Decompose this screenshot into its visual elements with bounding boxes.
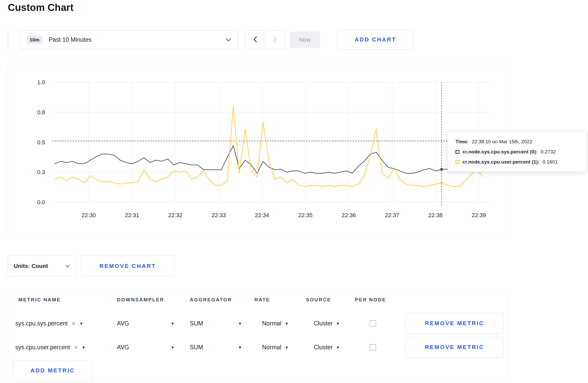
aggregator-value: SUM: [190, 320, 203, 327]
source-value: Cluster: [314, 344, 333, 351]
tooltip-sys-name: cr.node.sys.cpu.sys.percent (0):: [463, 149, 537, 155]
remove-metric-button[interactable]: REMOVE METRIC: [405, 337, 503, 358]
chevron-right-icon: [273, 36, 277, 44]
svg-text:0.8: 0.8: [37, 109, 45, 116]
time-range-select[interactable]: 10m Past 10 Minutes: [19, 30, 238, 49]
chart[interactable]: 0.00.30.50.81.022:3022:3122:3222:3322:34…: [8, 64, 508, 235]
svg-text:22:34: 22:34: [255, 212, 269, 218]
units-select[interactable]: Units: Count: [8, 256, 76, 277]
metric-name-label: sys.cpu.user.percent: [15, 344, 70, 351]
svg-text:22:37: 22:37: [385, 212, 399, 218]
tooltip-time-value: 22:38:10 on Mar 15th, 2022: [472, 139, 532, 145]
custom-chart-page: Custom Chart 10m Past 10 Minutes Now ADD…: [0, 0, 588, 383]
svg-text:22:39: 22:39: [472, 212, 486, 218]
add-metric-button[interactable]: ADD METRIC: [13, 360, 93, 381]
metric-name-select[interactable]: sys.cpu.user.percent × ▼: [15, 335, 86, 359]
col-header-per-node: PER NODE: [355, 297, 386, 303]
caret-down-icon: ▼: [336, 322, 340, 325]
per-node-checkbox[interactable]: [370, 320, 376, 327]
clear-metric-icon[interactable]: ×: [72, 320, 75, 327]
tooltip-user-name: cr.node.sys.cpu.user.percent (1):: [463, 159, 540, 165]
chevron-down-icon: [65, 265, 70, 268]
svg-text:0.0: 0.0: [37, 199, 45, 205]
chart-tooltip: Time: 22:38:10 on Mar 15th, 2022 cr.node…: [447, 131, 587, 172]
tooltip-time-label: Time:: [456, 139, 468, 145]
tooltip-user-row: cr.node.sys.cpu.user.percent (1): 0.1601: [456, 159, 579, 165]
svg-text:22:30: 22:30: [81, 212, 96, 218]
per-node-cell: [370, 335, 376, 359]
prev-time-button[interactable]: [245, 31, 265, 49]
chevron-down-icon: [226, 38, 231, 42]
caret-down-icon: ▼: [79, 322, 83, 325]
table-row: sys.cpu.sys.percent × ▼ AVG ▼ SUM ▼ Norm…: [8, 311, 508, 335]
caret-down-icon: ▼: [285, 345, 289, 349]
source-value: Cluster: [314, 320, 333, 327]
svg-text:0.3: 0.3: [37, 169, 45, 175]
aggregator-select[interactable]: SUM ▼: [190, 311, 242, 335]
now-button[interactable]: Now: [290, 32, 320, 48]
clear-metric-icon[interactable]: ×: [74, 344, 78, 351]
col-header-metric-name: METRIC NAME: [18, 297, 61, 303]
svg-text:0.5: 0.5: [37, 139, 45, 146]
caret-down-icon: ▼: [171, 322, 174, 325]
svg-text:22:38: 22:38: [428, 212, 443, 218]
tooltip-time-row: Time: 22:38:10 on Mar 15th, 2022: [456, 139, 579, 145]
caret-down-icon: ▼: [238, 322, 242, 325]
svg-text:22:32: 22:32: [168, 212, 183, 218]
caret-down-icon: ▼: [82, 345, 86, 349]
time-nav-group: [245, 30, 285, 49]
remove-chart-button[interactable]: REMOVE CHART: [81, 256, 175, 277]
svg-text:22:35: 22:35: [298, 212, 312, 218]
chart-panel: 0.00.30.50.81.022:3022:3122:3222:3322:34…: [8, 64, 508, 235]
svg-text:22:31: 22:31: [125, 212, 139, 218]
col-header-rate: RATE: [254, 297, 270, 303]
caret-down-icon: ▼: [238, 345, 242, 349]
tooltip-sys-row: cr.node.sys.cpu.sys.percent (0): 0.2732: [456, 149, 579, 155]
rate-value: Normal: [262, 320, 281, 327]
table-row: sys.cpu.user.percent × ▼ AVG ▼ SUM ▼ Nor…: [8, 335, 508, 359]
svg-text:22:33: 22:33: [212, 212, 226, 218]
per-node-checkbox[interactable]: [370, 344, 376, 351]
metrics-table: METRIC NAME DOWNSAMPLER AGGREGATOR RATE …: [8, 290, 508, 383]
metric-name-select[interactable]: sys.cpu.sys.percent × ▼: [15, 311, 83, 335]
chevron-left-icon: [253, 36, 257, 44]
toolbar-divider: [8, 31, 8, 49]
aggregator-value: SUM: [190, 344, 203, 351]
downsampler-select[interactable]: AVG ▼: [117, 311, 174, 335]
units-label: Units: Count: [14, 263, 48, 269]
time-range-label: Past 10 Minutes: [49, 36, 92, 43]
tooltip-user-value: 0.1601: [543, 159, 558, 165]
tooltip-sys-value: 0.2732: [541, 149, 556, 155]
next-time-button[interactable]: [265, 31, 285, 49]
rate-select[interactable]: Normal ▼: [262, 311, 289, 335]
col-header-source: SOURCE: [306, 297, 331, 303]
caret-down-icon: ▼: [336, 345, 340, 349]
add-chart-button[interactable]: ADD CHART: [337, 30, 414, 50]
remove-metric-cell: REMOVE METRIC: [405, 337, 503, 358]
rate-value: Normal: [262, 344, 281, 351]
sys-series-swatch-icon: [456, 150, 459, 154]
downsampler-value: AVG: [117, 344, 129, 351]
source-select[interactable]: Cluster ▼: [314, 311, 340, 335]
metric-name-label: sys.cpu.sys.percent: [15, 320, 68, 327]
page-title: Custom Chart: [8, 2, 74, 13]
user-series-swatch-icon: [456, 160, 459, 164]
per-node-cell: [370, 311, 376, 335]
time-range-badge: 10m: [26, 36, 43, 44]
svg-text:1.0: 1.0: [37, 79, 45, 86]
downsampler-select[interactable]: AVG ▼: [117, 335, 174, 359]
aggregator-select[interactable]: SUM ▼: [190, 335, 242, 359]
remove-metric-button[interactable]: REMOVE METRIC: [405, 313, 503, 334]
downsampler-value: AVG: [117, 320, 129, 327]
caret-down-icon: ▼: [171, 345, 174, 349]
source-select[interactable]: Cluster ▼: [314, 335, 340, 359]
remove-metric-cell: REMOVE METRIC: [405, 313, 503, 334]
col-header-aggregator: AGGREGATOR: [190, 297, 232, 303]
rate-select[interactable]: Normal ▼: [262, 335, 289, 359]
svg-text:22:36: 22:36: [342, 212, 356, 218]
col-header-downsampler: DOWNSAMPLER: [117, 297, 164, 303]
caret-down-icon: ▼: [285, 322, 289, 325]
